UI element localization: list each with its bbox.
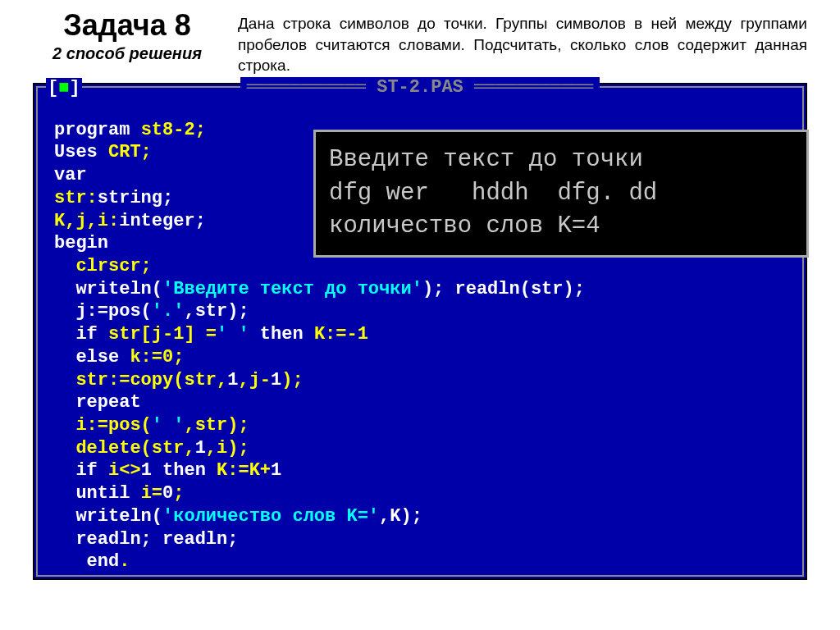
console-line: Введите текст до точки (329, 144, 793, 177)
code-line: writeln( (54, 279, 162, 299)
slide-subtitle: 2 способ решения (33, 44, 221, 63)
code-line: begin (54, 233, 108, 253)
code-line: until (54, 483, 141, 504)
slide-header: Задача 8 2 способ решения Дана строка си… (0, 0, 840, 76)
code-line: if (54, 324, 108, 345)
code-line: K,j,i: (54, 211, 119, 231)
window-close-button[interactable]: [■] (46, 78, 82, 98)
code-line: clrscr; (54, 256, 152, 276)
code-line: var (54, 165, 87, 185)
code-line: Uses (54, 142, 108, 162)
code-line: else (54, 347, 130, 368)
code-line: if (54, 460, 108, 481)
code-line: i:=pos( (54, 415, 152, 436)
title-block: Задача 8 2 способ решения (33, 8, 221, 63)
code-line: repeat (54, 392, 141, 413)
code-line: str:=copy(str, (54, 370, 227, 390)
code-line: str: (54, 188, 98, 208)
code-line: readln; readln; (54, 529, 238, 550)
code-line: program (54, 120, 141, 140)
code-line: writeln( (54, 506, 162, 527)
task-description: Дана строка символов до точки. Группы си… (238, 8, 807, 76)
close-icon: ■ (58, 78, 69, 98)
code-line: end (54, 551, 119, 572)
console-line: dfg wer hddh dfg. dd (329, 177, 793, 211)
output-console: Введите текст до точки dfg wer hddh dfg.… (313, 130, 809, 258)
code-line: j:=pos( (54, 301, 152, 322)
console-line: количество слов K=4 (329, 210, 793, 244)
slide-title: Задача 8 (33, 8, 221, 43)
code-line: delete(str, (54, 438, 195, 459)
